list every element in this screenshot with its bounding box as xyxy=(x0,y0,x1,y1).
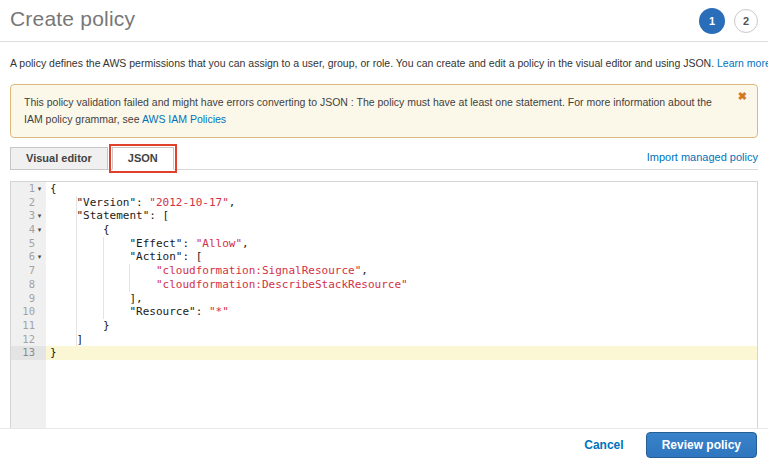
fold-caret-icon[interactable]: ▾ xyxy=(35,223,44,237)
warning-sentence: This policy validation failed and might … xyxy=(24,96,712,125)
gutter-line-number: 7 xyxy=(11,264,46,278)
gutter-line-number: 3▾ xyxy=(11,209,46,223)
code-line[interactable]: ] xyxy=(50,333,757,347)
close-icon[interactable]: ✖ xyxy=(738,91,747,102)
page-header: Create policy 1 2 xyxy=(10,0,758,34)
learn-more-link[interactable]: Learn more xyxy=(717,57,768,69)
gutter-line-number: 1▾ xyxy=(11,182,46,196)
step-2-badge: 2 xyxy=(734,9,758,33)
code-line[interactable]: ], xyxy=(50,292,757,306)
tab-bar: Visual editor JSON Import managed policy xyxy=(10,147,758,170)
code-line[interactable]: "cloudformation:DescribeStackResource" xyxy=(50,278,757,292)
fold-caret-icon[interactable]: ▾ xyxy=(35,209,44,223)
code-line[interactable]: "Version": "2012-10-17", xyxy=(50,196,757,210)
editor-gutter: 1▾23▾4▾56▾78910111213 xyxy=(11,182,46,436)
json-editor[interactable]: 1▾23▾4▾56▾78910111213 { "Version": "2012… xyxy=(10,181,758,437)
fold-caret-icon[interactable]: ▾ xyxy=(35,182,44,196)
code-line[interactable]: { xyxy=(50,223,757,237)
import-managed-policy-link[interactable]: Import managed policy xyxy=(647,151,758,166)
step-indicator: 1 2 xyxy=(699,7,758,34)
code-line-active[interactable]: } xyxy=(46,346,757,360)
fold-caret-icon[interactable]: ▾ xyxy=(35,250,44,264)
intro-sentence: A policy defines the AWS permissions tha… xyxy=(10,57,714,69)
code-line[interactable]: } xyxy=(50,319,757,333)
code-line[interactable]: "Action": [ xyxy=(50,250,757,264)
review-policy-button[interactable]: Review policy xyxy=(646,432,757,458)
gutter-line-number: 4▾ xyxy=(11,223,46,237)
code-line[interactable]: "Effect": "Allow", xyxy=(50,237,757,251)
step-1-badge: 1 xyxy=(699,8,725,34)
gutter-line-number: 12 xyxy=(11,333,46,347)
gutter-line-number: 9 xyxy=(11,292,46,306)
gutter-line-number: 11 xyxy=(11,319,46,333)
tab-json[interactable]: JSON xyxy=(112,147,174,170)
code-line[interactable]: "Statement": [ xyxy=(50,209,757,223)
editor-code[interactable]: { "Version": "2012-10-17", "Statement": … xyxy=(46,182,757,436)
header-divider xyxy=(0,41,768,42)
page-title: Create policy xyxy=(10,7,135,31)
tab-visual-editor[interactable]: Visual editor xyxy=(10,147,108,170)
gutter-line-number: 6▾ xyxy=(11,250,46,264)
validation-warning-banner: This policy validation failed and might … xyxy=(10,84,758,138)
footer-bar: Cancel Review policy xyxy=(0,428,768,461)
create-policy-page: Create policy 1 2 A policy defines the A… xyxy=(0,0,768,461)
code-line[interactable]: "cloudformation:SignalResource", xyxy=(50,264,757,278)
gutter-line-number: 13 xyxy=(11,346,46,360)
gutter-line-number: 10 xyxy=(11,305,46,319)
aws-iam-policies-link[interactable]: AWS IAM Policies xyxy=(142,113,226,125)
gutter-line-number: 2 xyxy=(11,196,46,210)
intro-text: A policy defines the AWS permissions tha… xyxy=(10,57,758,69)
code-line[interactable]: { xyxy=(50,182,757,196)
validation-warning-text: This policy validation failed and might … xyxy=(24,94,727,128)
gutter-line-number: 5 xyxy=(11,237,46,251)
code-line[interactable]: "Resource": "*" xyxy=(50,305,757,319)
gutter-line-number: 8 xyxy=(11,278,46,292)
cancel-button[interactable]: Cancel xyxy=(584,438,623,452)
